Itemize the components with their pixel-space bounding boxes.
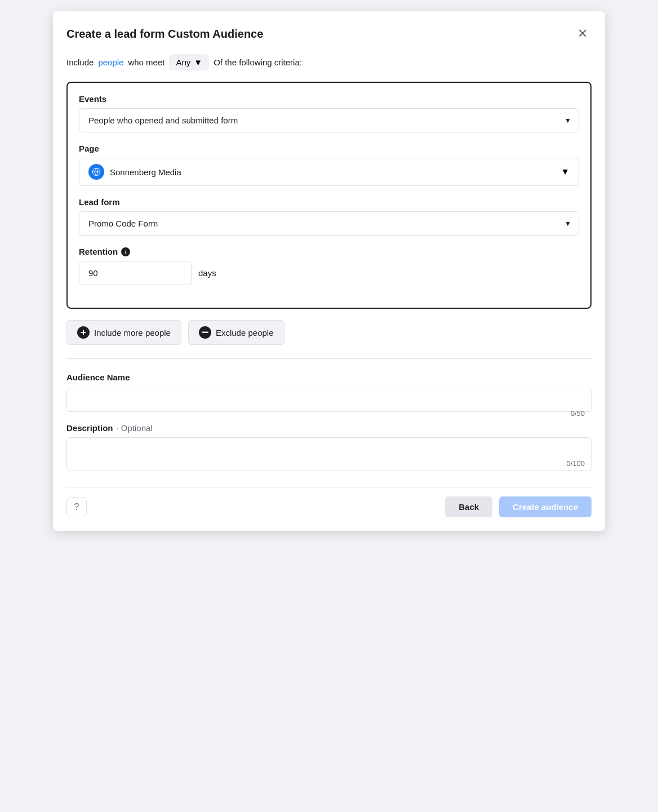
- page-name: Sonnenberg Media: [110, 167, 561, 177]
- action-buttons-row: + Include more people − Exclude people: [66, 320, 592, 345]
- exclude-people-label: Exclude people: [216, 328, 274, 338]
- any-label: Any: [176, 57, 190, 67]
- retention-field-group: Retention i days: [79, 247, 579, 285]
- description-label-row: Description · Optional: [66, 423, 592, 433]
- criteria-section: Events People who opened and submitted f…: [66, 82, 592, 309]
- page-field-group: Page Sonnenberg Media ▼: [79, 144, 579, 186]
- exclude-people-button[interactable]: − Exclude people: [188, 320, 284, 345]
- section-divider: [66, 358, 592, 359]
- page-dropdown[interactable]: Sonnenberg Media ▼: [79, 158, 579, 186]
- globe-icon: [92, 167, 101, 176]
- lead-form-dropdown-wrapper: Promo Code Form ▼: [79, 211, 579, 236]
- events-label: Events: [79, 94, 579, 104]
- retention-info-icon[interactable]: i: [121, 247, 130, 256]
- exclude-minus-icon: −: [199, 326, 211, 339]
- people-link[interactable]: people: [98, 57, 123, 67]
- who-meet-text: who meet: [128, 57, 164, 67]
- description-label-text: Description: [66, 423, 113, 433]
- audience-name-field-wrapper: 0/50: [66, 388, 592, 423]
- footer-right-buttons: Back Create audience: [445, 496, 592, 517]
- close-button[interactable]: ✕: [573, 25, 592, 43]
- page-label: Page: [79, 144, 579, 153]
- help-icon: ?: [74, 502, 79, 512]
- close-icon: ✕: [577, 26, 588, 41]
- modal-header: Create a lead form Custom Audience ✕: [66, 25, 592, 43]
- modal-container: Create a lead form Custom Audience ✕ Inc…: [53, 11, 605, 531]
- help-button[interactable]: ?: [66, 497, 87, 517]
- modal-title: Create a lead form Custom Audience: [66, 28, 263, 41]
- audience-section: Audience Name 0/50 Description · Optiona…: [66, 372, 592, 473]
- description-textarea[interactable]: [66, 437, 592, 471]
- any-dropdown-button[interactable]: Any ▼: [169, 54, 209, 70]
- include-prefix: Include: [66, 57, 94, 67]
- events-field-group: Events People who opened and submitted f…: [79, 94, 579, 132]
- description-optional-text: · Optional: [117, 423, 153, 433]
- retention-label-text: Retention: [79, 247, 118, 256]
- page-dropdown-wrapper: Sonnenberg Media ▼: [79, 158, 579, 186]
- back-button[interactable]: Back: [445, 496, 492, 517]
- description-field-wrapper: 0/100: [66, 437, 592, 473]
- lead-form-label: Lead form: [79, 197, 579, 207]
- lead-form-field-group: Lead form Promo Code Form ▼: [79, 197, 579, 236]
- audience-name-label: Audience Name: [66, 372, 592, 382]
- retention-label: Retention i: [79, 247, 579, 256]
- lead-form-select[interactable]: Promo Code Form: [79, 211, 579, 236]
- retention-days-label: days: [198, 268, 216, 278]
- events-select[interactable]: People who opened and submitted form Peo…: [79, 108, 579, 132]
- include-more-button[interactable]: + Include more people: [66, 320, 181, 345]
- page-icon: [88, 164, 104, 180]
- include-plus-icon: +: [77, 326, 90, 339]
- events-dropdown-wrapper: People who opened and submitted form Peo…: [79, 108, 579, 132]
- dropdown-arrow-icon: ▼: [194, 57, 202, 67]
- retention-input[interactable]: [79, 261, 192, 285]
- modal-footer: ? Back Create audience: [66, 487, 592, 517]
- page-dropdown-arrow-icon: ▼: [561, 167, 570, 177]
- create-audience-button[interactable]: Create audience: [499, 496, 592, 517]
- include-criteria-row: Include people who meet Any ▼ Of the fol…: [66, 54, 592, 70]
- retention-row: days: [79, 261, 579, 285]
- audience-name-input[interactable]: [66, 388, 592, 412]
- criteria-suffix: Of the following criteria:: [214, 57, 302, 67]
- include-more-label: Include more people: [94, 328, 171, 338]
